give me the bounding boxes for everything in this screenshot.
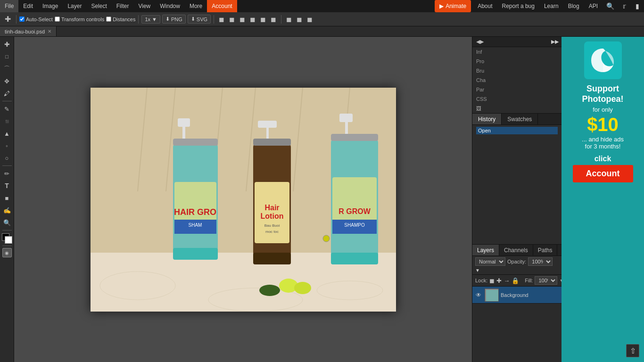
menu-file[interactable]: File <box>0 0 18 12</box>
channels-tab[interactable]: Channels <box>499 245 533 255</box>
brush-shortcut[interactable]: Bru <box>472 66 561 75</box>
align-left-icon[interactable]: ◼ <box>217 15 226 24</box>
lock-row: Lock: ◼ ✚ → 🔒 Fill: 100% ▼ <box>472 275 561 287</box>
history-tab[interactable]: History <box>472 114 502 124</box>
channels-shortcut[interactable]: Cha <box>472 75 561 85</box>
menu-learn[interactable]: Learn <box>539 0 563 12</box>
layer-visibility-icon[interactable]: 👁 <box>474 291 483 299</box>
blur-tool-icon[interactable]: ◦ <box>1 140 13 151</box>
menu-image[interactable]: Image <box>38 0 63 12</box>
menu-about[interactable]: About <box>473 0 497 12</box>
lasso-tool-icon[interactable]: ⌒ <box>1 63 13 74</box>
canvas-image[interactable]: HAIR GRO SHAM Hair <box>91 88 396 312</box>
menu-view[interactable]: View <box>133 0 155 12</box>
file-close-icon[interactable]: ✕ <box>48 29 51 34</box>
svg-point-40 <box>294 282 311 294</box>
brush-tool-icon[interactable]: ✎ <box>1 103 13 115</box>
canvas-area[interactable]: HAIR GRO SHAM Hair <box>14 37 472 362</box>
animate-button[interactable]: ▶ Animate <box>435 0 471 12</box>
png-export[interactable]: ⬇ PNG <box>162 15 186 24</box>
animate-icon: ▶ <box>439 3 444 9</box>
ad-account-button[interactable]: Account <box>573 165 633 182</box>
svg-point-42 <box>323 235 330 242</box>
tools-sep1 <box>2 101 12 101</box>
pen-tool-icon[interactable]: ✏ <box>1 168 13 179</box>
paths-tab[interactable]: Paths <box>533 245 558 255</box>
zoom-tool-icon[interactable]: 🔍 <box>1 217 13 228</box>
lock-all-icon[interactable]: 🔒 <box>512 277 519 284</box>
paragraph-shortcut[interactable]: Par <box>472 85 561 94</box>
eyedropper-tool-icon[interactable]: 🖍 <box>1 88 13 99</box>
ad-scroll-up-button[interactable]: ⇧ <box>626 344 639 357</box>
svg-text:SHAMPO: SHAMPO <box>344 222 365 228</box>
lock-move-icon[interactable]: → <box>504 277 510 284</box>
menu-edit[interactable]: Edit <box>18 0 38 12</box>
distances-checkbox[interactable]: Distances <box>106 16 135 22</box>
facebook-icon[interactable]: ▮ <box>631 0 644 12</box>
right-panel-header: ◀▶ ▶▶ <box>472 37 561 47</box>
auto-select-checkbox[interactable]: Auto-Select <box>19 16 53 22</box>
align-top-icon[interactable]: ◼ <box>248 15 257 24</box>
svg-rect-19 <box>173 248 218 260</box>
ad-title: Support Photopea! <box>566 84 639 104</box>
crop-tool-icon[interactable]: ✥ <box>1 75 13 87</box>
menu-more[interactable]: More <box>185 0 207 12</box>
history-item-open[interactable]: Open <box>476 127 558 134</box>
distribute-group: ◼ ◼ ◼ <box>284 15 314 24</box>
lock-position-icon[interactable]: ✚ <box>496 277 502 284</box>
quick-mask-icon[interactable]: ◉ <box>2 248 12 257</box>
menu-api[interactable]: API <box>584 0 603 12</box>
opacity-dropdown-icon[interactable]: ▼ <box>475 268 480 273</box>
hand-tool-icon[interactable]: ✍ <box>1 205 13 216</box>
collapse-left-icon[interactable]: ◀▶ <box>472 37 487 47</box>
layer-row-background[interactable]: 👁 Background <box>472 287 561 304</box>
eraser-tool-icon[interactable]: ◾ <box>1 115 13 127</box>
svg-export[interactable]: ⬇ SVG <box>188 15 211 24</box>
ad-description: ... and hide ads for 3 months! <box>582 136 624 150</box>
layers-list: 👁 Background <box>472 287 561 362</box>
marquee-tool-icon[interactable]: □ <box>1 51 13 62</box>
twitter-icon[interactable]: 𝕣 <box>618 0 631 12</box>
toolbar: ✚ Auto-Select Transform controls Distanc… <box>0 12 644 26</box>
shape-tool-icon[interactable]: ■ <box>1 192 13 204</box>
select-tool-icon[interactable]: ✚ <box>1 39 13 50</box>
paint-bucket-icon[interactable]: ▲ <box>1 128 13 139</box>
search-icon[interactable]: 🔍 <box>603 2 618 10</box>
menu-account[interactable]: Account <box>207 0 237 12</box>
swatches-tab[interactable]: Swatches <box>502 114 538 124</box>
file-tab-active[interactable]: tinh-dau-buoi.psd ✕ <box>0 26 57 36</box>
align-center-h-icon[interactable]: ◼ <box>227 15 237 24</box>
distribute-v-icon[interactable]: ◼ <box>295 15 304 24</box>
properties-shortcut[interactable]: Pro <box>472 57 561 66</box>
layers-tab[interactable]: Layers <box>472 245 499 255</box>
align-center-v-icon[interactable]: ◼ <box>258 15 268 24</box>
align-bottom-icon[interactable]: ◼ <box>269 15 278 24</box>
menu-blog[interactable]: Blog <box>563 0 584 12</box>
menu-select[interactable]: Select <box>86 0 111 12</box>
background-color[interactable] <box>5 236 12 244</box>
layer-name-background[interactable]: Background <box>501 292 528 298</box>
distribute-3-icon[interactable]: ◼ <box>305 15 314 24</box>
opacity-select[interactable]: 100% <box>528 257 553 266</box>
menu-filter[interactable]: Filter <box>112 0 134 12</box>
menu-report-bug[interactable]: Report a bug <box>497 0 539 12</box>
fill-select[interactable]: 100% <box>535 276 557 285</box>
collapse-right-icon[interactable]: ▶▶ <box>548 39 561 45</box>
sep4 <box>281 15 281 24</box>
css-shortcut[interactable]: CSS <box>472 94 561 104</box>
text-tool-icon[interactable]: T <box>1 180 13 191</box>
info-shortcut[interactable]: Inf <box>472 47 561 57</box>
transform-controls-checkbox[interactable]: Transform controls <box>55 16 104 22</box>
dodge-tool-icon[interactable]: ○ <box>1 152 13 164</box>
blend-mode-select[interactable]: Normal <box>475 257 505 266</box>
distribute-h-icon[interactable]: ◼ <box>284 15 294 24</box>
lock-pixels-icon[interactable]: ◼ <box>489 277 495 284</box>
canvas-container: HAIR GRO SHAM Hair <box>91 88 396 312</box>
menu-layer[interactable]: Layer <box>63 0 86 12</box>
move-tool[interactable]: ✚ <box>2 14 13 25</box>
zoom-select[interactable]: 1x ▼ <box>141 15 160 24</box>
color-swatches[interactable] <box>2 233 12 244</box>
image-shortcut[interactable]: 🖼 <box>472 104 561 113</box>
align-right-icon[interactable]: ◼ <box>238 15 247 24</box>
menu-window[interactable]: Window <box>155 0 185 12</box>
